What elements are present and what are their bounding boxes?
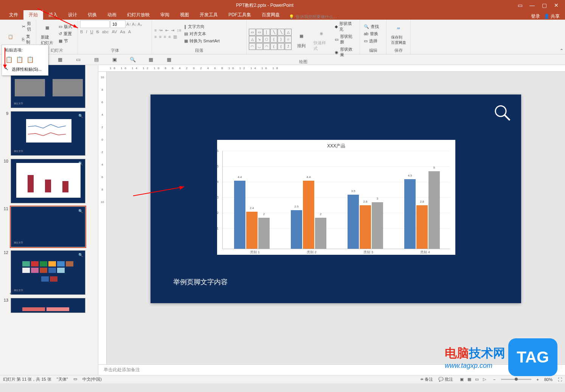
normal-view-icon[interactable]: ▣ <box>458 377 465 383</box>
numbering-button[interactable]: ≔ <box>159 28 163 33</box>
decrease-font-icon[interactable]: A↓ <box>132 22 137 26</box>
reset-button[interactable]: ↺ 重置 <box>57 31 74 37</box>
save-to-baidu-button[interactable]: ∞ 保存到 百度网盘 <box>389 21 408 46</box>
tab-slideshow[interactable]: 幻灯片放映 <box>122 10 155 20</box>
tab-transitions[interactable]: 切换 <box>82 10 102 20</box>
horizontal-ruler: 18 16 14 12 10 8 6 4 2 0 2 4 6 8 10 12 1… <box>98 65 565 72</box>
sorter-view-icon[interactable]: ▦ <box>466 377 473 383</box>
font-color-button[interactable]: A <box>128 29 131 34</box>
zoom-out-button[interactable]: − <box>493 377 495 382</box>
find-button[interactable]: 🔍 查找 <box>362 23 380 30</box>
spell-check-icon[interactable]: ▭ <box>73 377 77 382</box>
strike-button[interactable]: S <box>96 29 99 34</box>
paste-dest-theme-icon[interactable]: 📋 <box>16 55 24 64</box>
quick-icon-4[interactable]: ▣ <box>111 56 118 63</box>
slideshow-view-icon[interactable]: ▷ <box>481 377 488 383</box>
shape-outline-button[interactable]: ▭ 形状轮廓 <box>333 33 357 45</box>
chart-object[interactable]: XXX产品 1234564.42.42类别 12.54.42类别 23.52.8… <box>217 140 455 255</box>
quickstyle-icon: ◉ <box>315 27 328 39</box>
zoom-level[interactable]: 80% <box>544 377 553 382</box>
svg-line-0 <box>37 8 78 28</box>
login-button[interactable]: 登录 <box>531 13 540 20</box>
replace-button[interactable]: ab 替换 <box>362 31 380 37</box>
tab-file[interactable]: 文件 <box>4 10 23 20</box>
quick-icon-5[interactable]: 🔍 <box>129 56 136 63</box>
quick-icon-7[interactable]: ▦ <box>166 56 172 63</box>
justify-button[interactable]: ≡ <box>168 34 171 39</box>
paste-special-button[interactable]: 选择性粘贴(S)... <box>2 65 48 74</box>
shadow-button[interactable]: abc <box>102 29 109 34</box>
reading-view-icon[interactable]: ▭ <box>473 377 480 383</box>
slide-canvas[interactable]: XXX产品 1234564.42.42类别 12.54.42类别 23.52.8… <box>151 95 521 303</box>
increase-font-icon[interactable]: A↑ <box>126 22 131 26</box>
arrange-button[interactable]: ▦ 排列 <box>293 29 310 50</box>
tab-view[interactable]: 视图 <box>175 10 194 20</box>
save-group-label: 保存 <box>389 47 408 53</box>
paste-picture-icon[interactable]: 📋 <box>26 55 34 64</box>
font-name-input[interactable] <box>80 20 110 28</box>
close-icon[interactable]: ✕ <box>551 2 562 9</box>
columns-button[interactable]: ▥ <box>173 34 177 39</box>
indent-dec-button[interactable]: ⇤ <box>165 28 169 33</box>
slide-thumbnail-13[interactable] <box>11 298 85 313</box>
slide-thumbnail-10[interactable]: 🔍 <box>11 159 85 203</box>
italic-button[interactable]: I <box>86 29 87 34</box>
zoom-icon: 🔍 <box>78 253 83 257</box>
quick-icon-1[interactable]: ▦ <box>57 56 64 63</box>
tab-pdf[interactable]: PDF工具集 <box>223 10 256 20</box>
align-text-button[interactable]: ▤ 对齐文本 <box>183 31 221 37</box>
slide-thumbnail-11[interactable]: 🔍 脚注文字 <box>11 206 85 247</box>
zoom-slider[interactable] <box>501 379 531 380</box>
comments-button[interactable]: 💬 批注 <box>438 377 453 382</box>
notes-button[interactable]: ≐ 备注 <box>420 377 433 382</box>
svg-marker-3 <box>3 65 7 68</box>
section-button[interactable]: ▦ 节 <box>57 38 74 44</box>
select-button[interactable]: ▭ 选择 <box>362 38 380 44</box>
language-indicator[interactable]: 中文(中国) <box>82 377 102 382</box>
smartart-button[interactable]: ▦ 转换为 SmartArt <box>183 38 221 44</box>
svg-line-7 <box>504 115 510 120</box>
case-button[interactable]: Aa <box>120 29 125 34</box>
line-spacing-button[interactable]: ↕≡ <box>177 28 181 33</box>
slide-thumbnail-12[interactable]: 🔍 脚注文字 <box>11 250 85 295</box>
slide-footer-text: 举例页脚文字内容 <box>173 277 228 287</box>
tell-me-input[interactable]: 💡 告诉我您想要做什么... <box>285 14 337 20</box>
shape-fill-button[interactable]: ◆ 形状填充 <box>333 20 357 33</box>
drawing-group-label: 绘图 <box>249 58 357 65</box>
copy-button[interactable]: ⎘ 复制 <box>20 33 34 45</box>
align-center-button[interactable]: ≡ <box>159 34 161 39</box>
tab-baidu[interactable]: 百度网盘 <box>256 10 285 20</box>
bold-button[interactable]: B <box>80 29 83 34</box>
tab-review[interactable]: 审阅 <box>155 10 175 20</box>
align-left-button[interactable]: ≡ <box>154 34 157 39</box>
font-size-input[interactable] <box>110 20 126 28</box>
spacing-button[interactable]: AV <box>112 29 117 34</box>
quick-styles-button[interactable]: ◉ 快速样式 <box>311 26 332 52</box>
quick-icon-2[interactable]: ▭ <box>75 56 82 63</box>
zoom-icon: 🔍 <box>78 114 83 118</box>
bullets-button[interactable]: ≡ <box>154 28 157 33</box>
text-direction-button[interactable]: ‖ 文字方向 <box>183 23 221 30</box>
minimize-icon[interactable]: ― <box>526 2 538 9</box>
slide-thumbnails-panel[interactable]: 脚注文字 9 🔍 脚注文字 10 🔍 <box>0 65 98 375</box>
maximize-icon[interactable]: ▢ <box>539 2 550 9</box>
zoom-in-button[interactable]: + <box>537 377 539 382</box>
clear-format-icon[interactable]: Aₓ <box>138 22 142 27</box>
tab-animations[interactable]: 动画 <box>102 10 122 20</box>
shape-effects-button[interactable]: ◉ 形状效果 <box>333 46 357 58</box>
clipboard-icon: 📋 <box>5 31 17 43</box>
ribbon-display-options-icon[interactable]: ▭ <box>514 2 526 9</box>
quick-icon-3[interactable]: ▤ <box>93 56 100 63</box>
indent-inc-button[interactable]: ⇥ <box>171 28 174 33</box>
shapes-gallery[interactable]: ▭▭│╲╲△ △↘⬡{}☆ ◠◡◠({⤴ <box>249 29 292 50</box>
collapse-ribbon-icon[interactable]: ⌃ <box>560 48 563 53</box>
svg-marker-1 <box>73 24 78 28</box>
quick-icon-6[interactable]: ▦ <box>147 56 154 63</box>
cut-button[interactable]: ✂ 剪切 <box>20 20 34 33</box>
slide-thumbnail-9[interactable]: 🔍 脚注文字 <box>11 111 85 156</box>
share-button[interactable]: 👤 共享 <box>544 13 560 20</box>
fit-to-window-icon[interactable]: ⛶ <box>558 377 562 382</box>
align-right-button[interactable]: ≡ <box>164 34 166 39</box>
tab-developer[interactable]: 开发工具 <box>194 10 223 20</box>
underline-button[interactable]: U <box>90 29 93 34</box>
